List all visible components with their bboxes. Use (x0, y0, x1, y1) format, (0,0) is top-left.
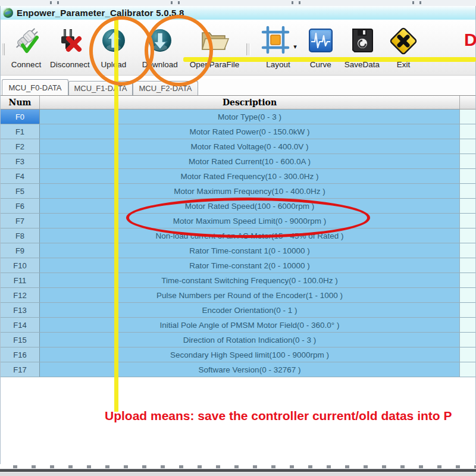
savedata-label: SaveData (345, 60, 380, 69)
row-description: Rator Time-constant 1(0 - 10000 ) (40, 243, 460, 258)
layout-grid-icon (259, 24, 292, 58)
table-row[interactable]: F2 Motor Rated Voltage(0 - 400.0V ) (1, 139, 475, 154)
parameter-table: Num Description F0 Motor Type(0 - 3 ) F1… (1, 95, 475, 377)
disconnect-button[interactable]: Disconnect (46, 20, 93, 69)
row-extra-cell (460, 214, 475, 228)
connect-button[interactable]: Connect (6, 20, 46, 69)
table-row[interactable]: F17 Software Version(0 - 32767 ) (1, 362, 475, 377)
row-extra-cell (460, 169, 475, 183)
row-description: Motor Rated Power(0 - 150.0kW ) (40, 124, 460, 139)
row-extra-cell (460, 303, 475, 317)
window-title: Enpower_Parameter_Calibrator 5.0.5.8 (17, 8, 184, 18)
row-num: F6 (1, 199, 40, 213)
disconnect-plug-x-icon (54, 24, 85, 58)
table-row[interactable]: F5 Motor Maximum Frequency(10 - 400.0Hz … (1, 184, 475, 199)
row-extra-cell (460, 243, 475, 258)
savedata-button[interactable]: SaveData (341, 20, 383, 69)
table-row[interactable]: F6 Motor Rated Speed(100 - 6000rpm ) (1, 199, 475, 214)
connect-plug-check-icon (11, 24, 42, 58)
row-description: Direction of Rotation Indication(0 - 3 ) (40, 333, 460, 347)
row-extra-cell (460, 273, 475, 287)
row-num: F4 (1, 169, 40, 183)
row-num: F13 (1, 303, 40, 317)
row-extra-cell (460, 362, 475, 377)
table-row[interactable]: F7 Motor Maximum Speed Limit(0 - 9000rpm… (1, 214, 475, 228)
row-num: F8 (1, 228, 40, 243)
download-arrow-sphere-icon (145, 24, 175, 58)
upload-label: Upload (101, 60, 126, 69)
row-description: Non-load current of an AC Motor(15 - 45%… (40, 228, 460, 243)
row-extra-cell (460, 154, 475, 168)
row-num: F5 (1, 184, 40, 198)
row-num: F12 (1, 288, 40, 302)
toolbar: Connect Disconnect (1, 20, 475, 76)
toolbar-separator (246, 43, 250, 55)
tab-mcu-f1-data[interactable]: MCU_F1-DATA (68, 81, 133, 95)
floppy-disk-icon (347, 24, 376, 58)
title-bar: Enpower_Parameter_Calibrator 5.0.5.8 (1, 6, 475, 20)
row-num: F11 (1, 273, 40, 287)
row-extra-cell (460, 347, 475, 362)
download-button[interactable]: Download (134, 20, 186, 69)
table-row[interactable]: F1 Motor Rated Power(0 - 150.0kW ) (1, 124, 475, 139)
row-num: F0 (1, 109, 40, 124)
row-num: F17 (1, 362, 40, 377)
table-row[interactable]: F11 Time-constant Switching Frequency(0 … (1, 273, 475, 288)
row-num: F10 (1, 258, 40, 273)
row-num: F3 (1, 154, 40, 168)
layout-button[interactable]: ▾ Layout (252, 20, 300, 69)
column-header-extra (460, 96, 475, 109)
row-num: F2 (1, 139, 40, 154)
table-row[interactable]: F12 Pulse Numbers per Round of the Encod… (1, 288, 475, 303)
row-extra-cell (460, 333, 475, 347)
table-row[interactable]: F10 Rator Time-constant 2(0 - 10000 ) (1, 258, 475, 273)
table-row[interactable]: F15 Direction of Rotation Indication(0 -… (1, 333, 475, 347)
film-tick-marks (0, 465, 476, 468)
column-header-description: Description (40, 96, 460, 109)
row-description: Secondary High Speed limit(100 - 9000rpm… (40, 347, 460, 362)
table-row[interactable]: F13 Encoder Orientation(0 - 1 ) (1, 303, 475, 318)
table-row[interactable]: F16 Secondary High Speed limit(100 - 900… (1, 347, 475, 362)
upload-button[interactable]: Upload (93, 20, 134, 69)
tab-label: MCU_F0-DATA (8, 83, 61, 92)
table-row[interactable]: F14 Initial Pole Angle of PMSM Motor Fie… (1, 318, 475, 333)
table-row[interactable]: F3 Motor Rated Current(10 - 600.0A ) (1, 154, 475, 169)
bottom-film-strip (0, 464, 476, 476)
row-description: Motor Rated Voltage(0 - 400.0V ) (40, 139, 460, 154)
layout-dropdown-caret-icon[interactable]: ▾ (293, 43, 297, 51)
download-label: Download (142, 60, 178, 69)
row-extra-cell (460, 228, 475, 243)
column-header-num: Num (1, 96, 40, 109)
open-parafile-button[interactable]: OpenParaFile (186, 20, 243, 69)
row-description: Time-constant Switching Frequency(0 - 10… (40, 273, 460, 287)
row-description: Software Version(0 - 32767 ) (40, 362, 460, 377)
table-row[interactable]: F8 Non-load current of an AC Motor(15 - … (1, 228, 475, 243)
exit-diamond-x-icon (388, 24, 419, 58)
row-description: Motor Rated Current(10 - 600.0A ) (40, 154, 460, 168)
table-row[interactable]: F4 Motor Rated Frequency(10 - 300.0Hz ) (1, 169, 475, 184)
row-description: Rator Time-constant 2(0 - 10000 ) (40, 258, 460, 273)
row-description: Motor Maximum Frequency(10 - 400.0Hz ) (40, 184, 460, 198)
exit-button[interactable]: Exit (383, 20, 424, 69)
row-description: Encoder Orientation(0 - 1 ) (40, 303, 460, 317)
tab-mcu-f2-data[interactable]: MCU_F2-DATA (133, 81, 198, 95)
row-extra-cell (460, 288, 475, 302)
row-num: F15 (1, 333, 40, 347)
open-parafile-label: OpenParaFile (190, 60, 239, 69)
film-gray-area (0, 472, 476, 476)
row-extra-cell (460, 318, 475, 332)
table-header-row: Num Description (1, 95, 475, 109)
row-num: F14 (1, 318, 40, 332)
tab-label: MCU_F1-DATA (74, 84, 127, 93)
table-body: F0 Motor Type(0 - 3 ) F1 Motor Rated Pow… (1, 109, 475, 377)
row-description: Motor Rated Frequency(10 - 300.0Hz ) (40, 169, 460, 183)
toolbar-gripper (1, 43, 5, 55)
table-row[interactable]: F0 Motor Type(0 - 3 ) (1, 109, 475, 124)
curve-button[interactable]: Curve (300, 20, 341, 69)
tab-mcu-f0-data[interactable]: MCU_F0-DATA (2, 79, 68, 95)
disconnect-label: Disconnect (50, 60, 90, 69)
row-num: F9 (1, 243, 40, 258)
curve-label: Curve (310, 60, 331, 69)
table-row[interactable]: F9 Rator Time-constant 1(0 - 10000 ) (1, 243, 475, 258)
film-tick-marks (0, 1, 476, 4)
